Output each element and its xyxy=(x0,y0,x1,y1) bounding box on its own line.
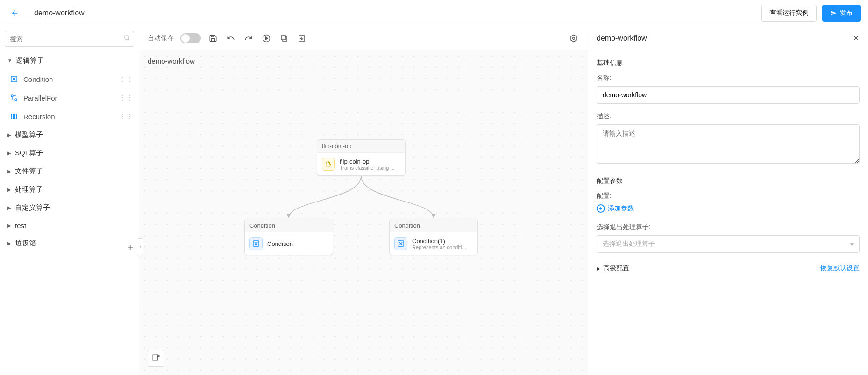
caret-right-icon: ▶ xyxy=(7,241,11,246)
properties-panel: demo-workflow ✕ 基础信息 名称: 描述: 配置参数 配置: + … xyxy=(588,26,868,375)
node-header: flip-coin-op xyxy=(317,140,405,153)
add-param-button[interactable]: + 添加参数 xyxy=(597,204,634,213)
settings-icon[interactable] xyxy=(568,33,579,44)
node-header: Condition xyxy=(390,219,477,232)
node-subtitle: Trains classifier using ... xyxy=(340,165,400,171)
workflow-canvas[interactable]: demo-workflow flip-coin-op flip-coin-op … xyxy=(139,50,588,375)
caret-right-icon: ▶ xyxy=(7,187,11,192)
tree-item-condition[interactable]: Condition ⋮⋮ xyxy=(0,70,139,88)
group-label: 垃圾箱 xyxy=(15,239,36,248)
tree-group-process[interactable]: ▶处理算子 xyxy=(0,180,139,199)
group-label: 文件算子 xyxy=(15,167,43,176)
node-title: Condition(1) xyxy=(412,238,473,245)
node-condition-1[interactable]: Condition Condition xyxy=(244,219,333,255)
chevron-down-icon: ▾ xyxy=(850,240,854,248)
plus-circle-icon: + xyxy=(597,204,605,213)
tree-group-logic[interactable]: ▼ 逻辑算子 xyxy=(0,51,139,70)
advanced-config-toggle[interactable]: ▶ 高级配置 xyxy=(597,264,629,273)
import-icon[interactable] xyxy=(296,33,307,44)
node-flip-coin-op[interactable]: flip-coin-op flip-coin-op Trains classif… xyxy=(317,139,406,176)
tree-item-recursion[interactable]: Recursion ⋮⋮ xyxy=(0,107,139,126)
caret-right-icon: ▶ xyxy=(7,205,11,210)
puzzle-icon xyxy=(322,158,335,171)
name-input[interactable] xyxy=(597,86,860,104)
svg-point-8 xyxy=(573,37,575,39)
group-label: 模型算子 xyxy=(15,130,43,139)
node-title: Condition xyxy=(267,240,328,247)
tree-item-parallelfor[interactable]: ParallelFor ⋮⋮ xyxy=(0,88,139,107)
select-placeholder: 选择退出处理算子 xyxy=(603,240,655,248)
config-label: 配置: xyxy=(597,192,860,200)
search-icon xyxy=(124,35,130,43)
add-param-label: 添加参数 xyxy=(608,204,634,213)
sidebar-collapse-handle[interactable]: ‹ xyxy=(137,238,143,255)
divider xyxy=(28,8,28,18)
redo-icon[interactable] xyxy=(243,33,254,44)
svg-point-3 xyxy=(15,99,17,101)
autosave-toggle[interactable] xyxy=(180,33,201,43)
tree-group-model[interactable]: ▶模型算子 xyxy=(0,126,139,144)
publish-button[interactable]: 发布 xyxy=(822,5,861,22)
tree-item-label: Condition xyxy=(23,75,53,83)
canvas-area: 自动保存 demo-workflow flip-coin-op xyxy=(139,26,588,375)
exit-handler-label: 选择退出处理算子: xyxy=(597,223,860,231)
tree-group-file[interactable]: ▶文件算子 xyxy=(0,162,139,180)
node-title: flip-coin-op xyxy=(340,158,400,165)
condition-icon xyxy=(249,237,263,250)
tree-group-custom[interactable]: ▶自定义算子 xyxy=(0,199,139,217)
svg-point-0 xyxy=(125,36,129,40)
section-config: 配置参数 xyxy=(597,177,860,185)
tree-item-label: ParallelFor xyxy=(23,94,57,102)
page-title: demo-workflow xyxy=(34,9,85,17)
canvas-title: demo-workflow xyxy=(148,57,195,65)
back-button[interactable] xyxy=(7,6,22,21)
name-label: 名称: xyxy=(597,74,860,82)
drag-handle-icon[interactable]: ⋮⋮ xyxy=(119,113,134,120)
group-label: 自定义算子 xyxy=(15,203,50,212)
caret-right-icon: ▶ xyxy=(597,266,600,271)
sidebar: ▼ 逻辑算子 Condition ⋮⋮ ParallelFor ⋮⋮ xyxy=(0,26,139,375)
tree-group-sql[interactable]: ▶SQL算子 xyxy=(0,144,139,162)
restore-defaults-link[interactable]: 恢复默认设置 xyxy=(820,264,860,273)
add-operator-button[interactable]: + xyxy=(127,241,133,253)
tree-group-trash[interactable]: ▶垃圾箱 xyxy=(0,234,139,252)
caret-right-icon: ▶ xyxy=(7,169,11,174)
svg-rect-11 xyxy=(153,355,158,360)
exit-handler-select[interactable]: 选择退出处理算子 ▾ xyxy=(597,235,860,253)
svg-marker-7 xyxy=(571,35,576,42)
group-label: SQL算子 xyxy=(15,149,43,158)
recursion-icon xyxy=(9,112,19,121)
save-icon[interactable] xyxy=(207,33,219,44)
parallel-icon xyxy=(9,93,19,102)
top-bar: demo-workflow 查看运行实例 发布 xyxy=(0,0,868,26)
condition-icon xyxy=(394,237,407,250)
caret-right-icon: ▶ xyxy=(7,151,11,156)
canvas-toolbar: 自动保存 xyxy=(139,26,588,50)
export-icon[interactable] xyxy=(278,33,290,44)
close-icon[interactable]: ✕ xyxy=(853,33,860,43)
tree-item-label: Recursion xyxy=(23,113,55,121)
group-label: 处理算子 xyxy=(15,185,43,194)
drag-handle-icon[interactable]: ⋮⋮ xyxy=(119,75,134,83)
tree-group-test[interactable]: ▶test xyxy=(0,217,139,234)
desc-textarea[interactable] xyxy=(597,124,860,164)
svg-rect-4 xyxy=(12,114,14,119)
node-condition-2[interactable]: Condition Condition(1) Represents an con… xyxy=(389,219,478,255)
panel-title: demo-workflow xyxy=(597,34,853,43)
svg-point-2 xyxy=(11,95,13,97)
search-input[interactable] xyxy=(5,31,134,47)
view-instances-button[interactable]: 查看运行实例 xyxy=(761,5,817,22)
drag-handle-icon[interactable]: ⋮⋮ xyxy=(119,94,134,101)
autosave-label: 自动保存 xyxy=(148,34,174,43)
fit-view-button[interactable] xyxy=(148,350,164,367)
send-icon xyxy=(830,10,837,16)
node-header: Condition xyxy=(245,219,333,232)
undo-icon[interactable] xyxy=(225,33,236,44)
group-label: 逻辑算子 xyxy=(16,56,44,65)
caret-right-icon: ▶ xyxy=(7,132,11,137)
run-icon[interactable] xyxy=(261,33,272,44)
group-label: test xyxy=(15,222,26,230)
caret-right-icon: ▶ xyxy=(7,223,11,228)
desc-label: 描述: xyxy=(597,112,860,121)
advanced-label: 高级配置 xyxy=(603,264,629,273)
